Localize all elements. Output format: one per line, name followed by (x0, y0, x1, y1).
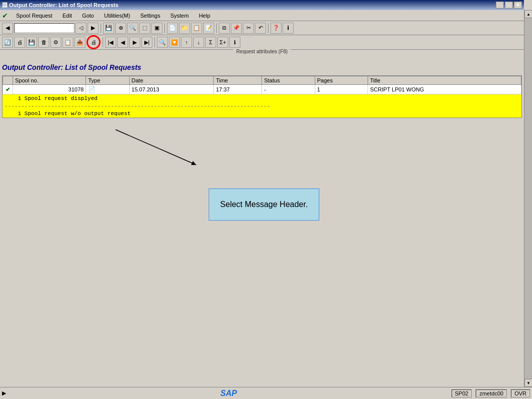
menu-system[interactable]: System (168, 12, 191, 20)
scroll-up-btn[interactable]: ▲ (524, 10, 532, 18)
status-left: ▶ (2, 390, 6, 396)
properties-btn[interactable]: ⚙ (50, 37, 61, 48)
sort-desc-btn[interactable]: ↓ (193, 37, 204, 48)
status-line1: 1 Spool request displyed (3, 94, 521, 103)
req-attrs-label: Request attributes (F8) (233, 49, 291, 54)
tooltip-text: Select Message Header. (220, 200, 308, 209)
local-file-btn[interactable]: 💾 (26, 37, 37, 48)
col-date: Date (129, 76, 214, 85)
doc1-btn[interactable]: 📋 (191, 23, 202, 34)
delete-btn[interactable]: 🗑 (38, 37, 49, 48)
back-icon-btn[interactable]: ◀ (2, 23, 13, 34)
status-right: SP02 zmetdc00 OVR (452, 389, 530, 397)
new-btn[interactable]: 📄 (167, 23, 178, 34)
col-pages: Pages (315, 76, 368, 85)
print-btn[interactable]: 🖨 (86, 35, 101, 49)
print-list-btn[interactable]: 🖨 (14, 37, 25, 48)
status-arrow: ▶ (2, 390, 6, 396)
info-btn[interactable]: ℹ (283, 23, 294, 34)
cell-spool-no: 31078 (13, 85, 86, 94)
open-btn[interactable]: 📁 (179, 23, 190, 34)
undo-btn[interactable]: ↶ (255, 23, 266, 34)
maximize-button[interactable]: □ (505, 2, 513, 9)
attr-btn[interactable]: 📋 (62, 37, 73, 48)
user-field: zmetdc00 (476, 389, 507, 397)
title-bar-text: 🖼 Output Controller: List of Spool Reque… (2, 2, 119, 8)
cell-status: - (262, 85, 315, 94)
status-line2: 1 Spool request w/o output request (3, 110, 521, 118)
sep4 (268, 23, 269, 33)
minimize-button[interactable]: _ (496, 2, 504, 9)
copy-btn[interactable]: ⧉ (219, 23, 230, 34)
col-type: Type (86, 76, 129, 85)
next-btn[interactable]: ▶ (129, 37, 140, 48)
save-btn[interactable]: 💾 (103, 23, 114, 34)
menu-help[interactable]: Help (197, 12, 212, 20)
cmd3-btn[interactable]: ▣ (151, 23, 162, 34)
menu-goto[interactable]: Goto (80, 12, 96, 20)
sep2 (164, 23, 165, 33)
refresh-btn[interactable]: 🔄 (2, 37, 13, 48)
last-btn[interactable]: ▶| (141, 37, 152, 48)
scrollbar[interactable]: ▲ ▼ (524, 10, 532, 387)
col-title: Title (368, 76, 521, 85)
shortcut-btn[interactable]: ⊕ (115, 23, 126, 34)
row-checkbox[interactable]: ✔ (3, 85, 13, 94)
server-field: SP02 (452, 389, 472, 397)
menu-bar: ✔ Spool Request Edit Goto Utilities(M) S… (0, 10, 524, 21)
cmd2-btn[interactable]: ⬚ (139, 23, 150, 34)
help-btn[interactable]: ❓ (271, 23, 282, 34)
content-area: Output Controller: List of Spool Request… (0, 60, 524, 387)
menu-settings[interactable]: Settings (138, 12, 162, 20)
page-title: Output Controller: List of Spool Request… (2, 62, 522, 72)
sep1 (101, 23, 101, 33)
sum-btn[interactable]: Σ+ (217, 37, 228, 48)
search-btn[interactable]: 🔍 (157, 37, 168, 48)
menu-spool-request[interactable]: Spool Request (14, 12, 54, 20)
paste-btn[interactable]: 📌 (231, 23, 242, 34)
nav-forward-btn[interactable]: ▶ (87, 23, 99, 34)
sap-logo: SAP (220, 389, 237, 398)
cell-type: 📄 (86, 85, 129, 94)
toolbar-row1: ◀ ◁ ▶ 💾 ⊕ 🔍 ⬚ ▣ 📄 📁 📋 📝 ⧉ 📌 ✂ ↶ ❓ ℹ (0, 21, 524, 35)
scroll-track (524, 18, 532, 379)
tooltip-box: Select Message Header. (209, 188, 319, 221)
svg-line-0 (116, 130, 196, 165)
col-time: Time (214, 76, 262, 85)
menu-utilities[interactable]: Utilities(M) (102, 12, 132, 20)
command-field-btn[interactable]: 🔍 (127, 23, 138, 34)
menu-icon: ✔ (2, 12, 8, 20)
title-bar: 🖼 Output Controller: List of Spool Reque… (0, 0, 524, 10)
nav-input[interactable] (14, 23, 74, 33)
nav-back-btn[interactable]: ◁ (75, 23, 86, 34)
doc-icon: 📄 (88, 86, 96, 93)
filter-btn[interactable]: 🔽 (169, 37, 180, 48)
sep6 (154, 37, 155, 47)
subtotal-btn[interactable]: Σ (205, 37, 216, 48)
status-dashes: ----------------------------------------… (3, 103, 521, 110)
mode-field: OVR (511, 389, 530, 397)
sort-asc-btn[interactable]: ↑ (181, 37, 192, 48)
close-button[interactable]: ✕ (514, 2, 522, 9)
cell-pages: 1 (315, 85, 368, 94)
cell-time: 17:37 (214, 85, 262, 94)
release-btn[interactable]: 📤 (74, 37, 85, 48)
col-spool-no: Spool no. (13, 76, 86, 85)
doc2-btn[interactable]: 📝 (203, 23, 214, 34)
col-status: Status (262, 76, 315, 85)
window-controls[interactable]: _ □ ✕ (496, 2, 522, 9)
status-bar: ▶ SAP SP02 zmetdc00 OVR (0, 387, 532, 399)
spool-table-container: Spool no. Type Date Time Status Pages Ti… (2, 75, 522, 118)
prev-btn[interactable]: ◀ (117, 37, 128, 48)
sep3 (216, 23, 217, 33)
table-row[interactable]: ✔ 31078 📄 15.07.2013 17:37 - 1 SCRIPT LP… (3, 85, 521, 94)
arrow-line (106, 125, 216, 175)
scroll-down-btn[interactable]: ▼ (524, 379, 532, 387)
toolbar-row2: 🔄 🖨 💾 🗑 ⚙ 📋 📤 🖨 |◀ ◀ ▶ ▶| 🔍 🔽 ↑ ↓ Σ Σ+ ℹ… (0, 35, 524, 50)
detail-btn[interactable]: ℹ (229, 37, 240, 48)
cut-btn[interactable]: ✂ (243, 23, 254, 34)
first-btn[interactable]: |◀ (105, 37, 116, 48)
sep5 (103, 37, 103, 47)
cell-date: 15.07.2013 (129, 85, 214, 94)
menu-edit[interactable]: Edit (60, 12, 74, 20)
